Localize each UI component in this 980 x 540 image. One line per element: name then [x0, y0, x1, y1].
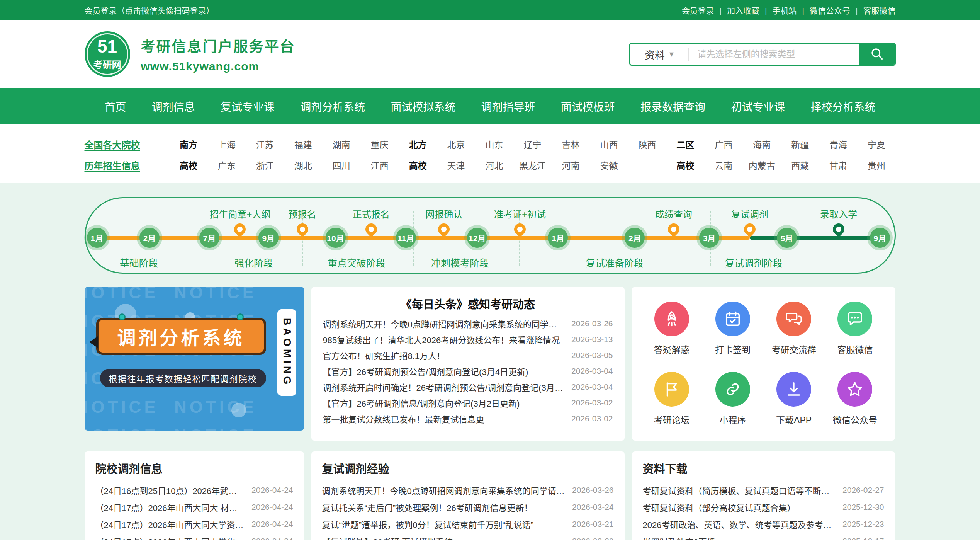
news-item[interactable]: 肖四时政补充2页纸 2025-12-17: [643, 533, 884, 540]
all-colleges-link[interactable]: 全国各大院校: [85, 138, 170, 151]
region-link[interactable]: 重庆: [360, 138, 399, 151]
region-link[interactable]: 吉林: [552, 138, 590, 151]
region-link[interactable]: 辽宁: [513, 138, 552, 151]
region-link[interactable]: 广西: [705, 138, 743, 151]
news-text[interactable]: 复试“泄题”遭举报，被判0分！复试结束前千万别“乱说话”: [322, 518, 566, 530]
nav-item[interactable]: 首页: [105, 99, 126, 114]
nav-item[interactable]: 调剂分析系统: [300, 99, 365, 114]
nav-item[interactable]: 报录数据查询: [640, 99, 705, 114]
news-item[interactable]: 复试托关系“走后门”被处理案例！26考研调剂信息更新！ 2026-03-24: [322, 499, 614, 516]
news-item[interactable]: 官方公布！研究生扩招8.1万人！ 2026-03-05: [323, 347, 613, 363]
news-text[interactable]: 985复试线出了！清华北大2026考研分数线公布！来看涨降情况: [323, 333, 565, 346]
region-link[interactable]: 海南: [743, 138, 781, 151]
region-link[interactable]: 福建: [284, 138, 322, 151]
news-text[interactable]: 第一批复试分数线已发布！最新复试信息更: [323, 412, 565, 425]
topbar-link[interactable]: 微信公众号: [797, 4, 850, 16]
region-link[interactable]: 西藏: [781, 158, 819, 172]
region-link[interactable]: 宁夏: [858, 138, 896, 151]
region-link[interactable]: 湖南: [322, 138, 360, 151]
topbar-link[interactable]: 手机站: [759, 4, 797, 16]
region-link[interactable]: 河南: [552, 158, 590, 172]
news-text[interactable]: 官方公布！研究生扩招8.1万人！: [323, 349, 565, 361]
region-link[interactable]: 贵州: [858, 158, 896, 172]
search-category-select[interactable]: 资料 ▾: [630, 44, 688, 65]
region-link[interactable]: 南方: [170, 138, 208, 151]
news-item[interactable]: 考研复试资料（部分高校复试真题合集） 2025-12-30: [643, 499, 884, 516]
quick-link[interactable]: 打卡签到: [702, 302, 763, 356]
nav-item[interactable]: 面试模板班: [561, 99, 615, 114]
news-item[interactable]: 第一批复试分数线已发布！最新复试信息更 2026-03-02: [323, 411, 613, 426]
region-link[interactable]: 江苏: [246, 138, 284, 151]
region-link[interactable]: 山东: [475, 138, 513, 151]
news-text[interactable]: （24日17点）2026年山西大同大 材…: [95, 501, 245, 513]
news-text[interactable]: 2026考研政治、英语、数学、统考等真题及参考答案: [643, 518, 836, 530]
quick-link[interactable]: 考研交流群: [763, 302, 824, 356]
news-text[interactable]: 【官方】26考研调剂预公告/调剂意向登记(3月4日更新): [323, 365, 565, 377]
news-item[interactable]: 【官方】26考研调剂信息/调剂意向登记(3月2日更新) 2026-03-02: [323, 395, 613, 411]
news-text[interactable]: 复试托关系“走后门”被处理案例！26考研调剂信息更新！: [322, 501, 566, 513]
news-item[interactable]: （24日17点）2026年山西大同大学化… 2026-04-24: [95, 533, 293, 540]
region-link[interactable]: 山西: [590, 138, 628, 151]
news-item[interactable]: 985复试线出了！清华北大2026考研分数线公布！来看涨降情况 2026-03-…: [323, 331, 613, 347]
region-link[interactable]: 高校: [399, 158, 437, 172]
region-link[interactable]: 北京: [437, 138, 475, 151]
region-link[interactable]: 浙江: [246, 158, 284, 172]
region-link[interactable]: 甘肃: [819, 158, 858, 172]
history-enrollment-link[interactable]: 历年招生信息: [85, 158, 170, 172]
news-text[interactable]: （24日17点）2026年山西大同大学化…: [95, 535, 245, 540]
quick-link[interactable]: 微信公众号: [824, 372, 885, 426]
topbar-link[interactable]: 客服微信: [850, 4, 895, 16]
news-item[interactable]: 调剂系统开启时间确定！26考研调剂预公告/调剂意向登记(3月4… 2026-03…: [323, 379, 613, 395]
region-link[interactable]: 陕西: [628, 138, 666, 151]
news-text[interactable]: （24日16点到25日10点）2026年武…: [95, 484, 245, 496]
region-link[interactable]: 新疆: [781, 138, 819, 151]
region-link[interactable]: 江西: [360, 158, 399, 172]
region-link[interactable]: 二区: [666, 138, 705, 151]
news-item[interactable]: 复试“泄题”遭举报，被判0分！复试结束前千万别“乱说话” 2026-03-21: [322, 516, 614, 533]
news-item[interactable]: 考研复试资料（简历模板、复试真题口语等不断更… 2026-02-27: [643, 482, 884, 499]
nav-item[interactable]: 调剂指导班: [481, 99, 535, 114]
region-link[interactable]: 上海: [207, 138, 246, 151]
region-link[interactable]: 四川: [322, 158, 360, 172]
topbar-link[interactable]: 加入收藏: [714, 4, 759, 16]
quick-link[interactable]: 下载APP: [763, 372, 824, 426]
region-link[interactable]: 安徽: [590, 158, 628, 172]
news-text[interactable]: 调剂系统开启时间确定！26考研调剂预公告/调剂意向登记(3月4…: [323, 381, 565, 393]
news-item[interactable]: 调剂系统明天开！今晚0点蹲研招网调剂意向采集系统的同学请… 2026-03-26: [323, 315, 613, 331]
region-link[interactable]: 河北: [475, 158, 513, 172]
member-login-hint[interactable]: 会员登录（点击微信头像扫码登录）: [85, 4, 214, 16]
region-link[interactable]: 黑龙江: [513, 158, 552, 172]
region-link[interactable]: 天津: [437, 158, 475, 172]
news-text[interactable]: 考研复试资料（简历模板、复试真题口语等不断更…: [643, 484, 836, 496]
news-item[interactable]: （24日17点）2026年山西大同大 材… 2026-04-24: [95, 499, 293, 516]
news-text[interactable]: 考研复试资料（部分高校复试真题合集）: [643, 501, 836, 513]
region-link[interactable]: 广东: [207, 158, 246, 172]
promo-banner[interactable]: NOTICE NOTICE NOTICE NOTICE NOTICE NOTIC…: [85, 287, 304, 431]
nav-item[interactable]: 面试模拟系统: [391, 99, 455, 114]
news-text[interactable]: 调剂系统明天开！今晚0点蹲研招网调剂意向采集系统的同学请…: [323, 317, 565, 330]
news-text[interactable]: （24日17点）2026年山西大同大学资…: [95, 518, 245, 530]
region-link[interactable]: 青海: [819, 138, 858, 151]
region-link[interactable]: 北方: [399, 138, 437, 151]
region-link[interactable]: 高校: [170, 158, 208, 172]
region-link[interactable]: 云南: [705, 158, 743, 172]
topbar-link[interactable]: 会员登录: [682, 4, 714, 16]
news-text[interactable]: 肖四时政补充2页纸: [643, 535, 836, 540]
region-link[interactable]: 内蒙古: [743, 158, 781, 172]
nav-item[interactable]: 调剂信息: [152, 99, 195, 114]
nav-item[interactable]: 初试专业课: [731, 99, 785, 114]
region-link[interactable]: 湖北: [284, 158, 322, 172]
quick-link[interactable]: 考研论坛: [641, 372, 702, 426]
news-item[interactable]: 调剂系统明天开！今晚0点蹲研招网调剂意向采集系统的同学请… 2026-03-26: [322, 482, 614, 499]
search-input[interactable]: [689, 44, 859, 65]
search-button[interactable]: [859, 44, 895, 65]
site-logo[interactable]: 51 考研网 考研信息门户服务平台 www.51kywang.com: [85, 31, 296, 77]
quick-link[interactable]: 小程序: [702, 372, 763, 426]
news-text[interactable]: 【官方】26考研调剂信息/调剂意向登记(3月2日更新): [323, 397, 565, 409]
quick-link[interactable]: 答疑解惑: [641, 302, 702, 356]
news-item[interactable]: （24日16点到25日10点）2026年武… 2026-04-24: [95, 482, 293, 499]
news-item[interactable]: 【复试脱敏】26考研 面试模拟系统 2026-03-20: [322, 533, 614, 540]
news-text[interactable]: 【复试脱敏】26考研 面试模拟系统: [322, 535, 566, 540]
news-item[interactable]: 【官方】26考研调剂预公告/调剂意向登记(3月4日更新) 2026-03-04: [323, 363, 613, 379]
nav-item[interactable]: 择校分析系统: [810, 99, 875, 114]
